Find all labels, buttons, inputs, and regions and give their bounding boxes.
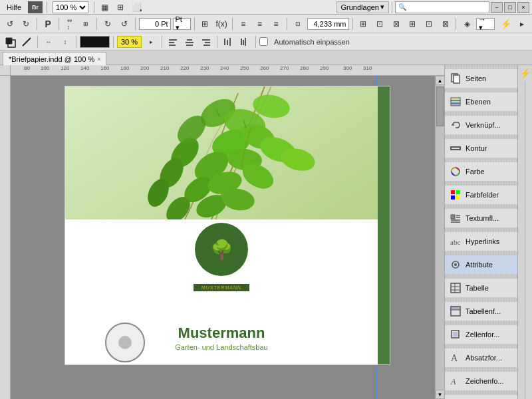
- document-canvas: 🌳 MUSTERMANN Mustermann Garten- und Land…: [11, 76, 444, 399]
- minimize-button[interactable]: −: [491, 2, 503, 13]
- view-mode2-btn[interactable]: ⊞: [113, 0, 128, 15]
- panel-item-tabelle[interactable]: Tabelle: [445, 279, 517, 298]
- layout-btn1[interactable]: ⊞: [356, 17, 371, 31]
- zoom-selector[interactable]: 100 %: [53, 1, 88, 13]
- maximize-button[interactable]: □: [504, 2, 516, 13]
- align-btn5[interactable]: [237, 35, 252, 49]
- layout-btn5[interactable]: ⊡: [422, 17, 436, 31]
- align-center-btn[interactable]: ≡: [253, 17, 267, 31]
- panel-item-hyperlinks[interactable]: abc Hyperlinks: [445, 232, 517, 251]
- pt-unit-dropdown[interactable]: Pt ▾: [173, 18, 191, 30]
- attribute-icon: [449, 258, 462, 271]
- bridge-icon[interactable]: Br: [28, 1, 43, 13]
- sep-t1-8: [352, 18, 353, 30]
- close-button[interactable]: ×: [517, 2, 529, 13]
- toolbar-1: ↺ ↻ P ⇔↕ ⊞ ↻ ↺ Pt ▾ ⊞ f(x) ≡ ≡ ≡ ⊡ ⊞ ⊡ ⊠…: [0, 15, 532, 33]
- scroll-down-button[interactable]: ▼: [436, 390, 445, 399]
- color-swatch[interactable]: [80, 36, 110, 48]
- tab-briefpapier[interactable]: *Briefpapier.indd @ 100 % ×: [3, 52, 106, 65]
- workspace-dropdown[interactable]: Grundlagen ▾: [336, 1, 390, 13]
- panel-item-tabellenf[interactable]: Tabellenf...: [445, 302, 517, 321]
- layout-btn4[interactable]: ⊞: [405, 17, 420, 31]
- frame-btn[interactable]: ⊡: [291, 17, 305, 31]
- flip-h-btn[interactable]: ↔: [41, 35, 56, 49]
- svg-rect-14: [241, 39, 242, 45]
- fill-stroke-btn1[interactable]: [3, 35, 17, 49]
- company-name: Mustermann: [178, 325, 265, 342]
- rotate-ccw-btn[interactable]: ↺: [117, 17, 132, 31]
- mm-input[interactable]: [310, 20, 346, 28]
- misc-btn1[interactable]: ◈: [460, 17, 474, 31]
- panel-item-attribute[interactable]: Attribute: [445, 255, 517, 275]
- scale-xy-btn[interactable]: ⊞: [79, 17, 94, 31]
- company-logo: 🌳: [195, 223, 248, 276]
- panel-sep-14[interactable]: [445, 391, 517, 395]
- search-input[interactable]: [406, 3, 486, 11]
- canvas-area: 80 100 120 140 160 180 200 210 220 230 2…: [0, 65, 444, 399]
- doc-green-sidebar: [378, 86, 390, 364]
- search-bar[interactable]: 🔍: [395, 1, 489, 13]
- scroll-up-button[interactable]: ▲: [436, 76, 445, 85]
- ruler-vertical: [0, 76, 11, 399]
- panel-item-zeichenfo[interactable]: A Zeichenfo...: [445, 372, 517, 391]
- svg-rect-47: [456, 196, 460, 200]
- sep-t1-9: [456, 18, 456, 30]
- panel-item-absatzfor[interactable]: A Absatzfor...: [445, 348, 517, 368]
- zoom-dropdown[interactable]: 100 %: [53, 1, 88, 13]
- align-left-btn[interactable]: ≡: [236, 17, 251, 31]
- panel-item-verknuepf[interactable]: Verknüpf...: [445, 116, 517, 135]
- tab-label: *Briefpapier.indd @ 100 %: [9, 55, 94, 63]
- circle-element: [105, 323, 145, 362]
- workspace-chevron-icon: ▾: [380, 3, 384, 11]
- scale-x-btn[interactable]: ⇔↕: [63, 17, 77, 31]
- align-btn1[interactable]: [166, 35, 180, 49]
- panel-item-seiten[interactable]: Seiten: [445, 69, 517, 88]
- undo-button[interactable]: ↺: [3, 17, 17, 31]
- lightning-icon[interactable]: ⚡: [519, 68, 531, 78]
- panel-item-farbfelder[interactable]: Farbfelder: [445, 186, 517, 205]
- layout-btn3[interactable]: ⊠: [389, 17, 404, 31]
- right-panel: Seiten Ebenen Verknüpf... Kontur: [444, 65, 517, 399]
- rotate-cw-btn[interactable]: ↻: [100, 17, 115, 31]
- menu-hilfe[interactable]: Hilfe: [3, 2, 25, 13]
- auto-fit-checkbox[interactable]: [259, 37, 268, 46]
- percent-step-btn[interactable]: ▸: [144, 35, 158, 49]
- panel-item-textumfl[interactable]: Textumfl...: [445, 209, 517, 228]
- flip-v-btn[interactable]: ↕: [58, 35, 72, 49]
- panel-label-tabelle: Tabelle: [466, 284, 489, 292]
- cell-styles-icon: [449, 328, 462, 341]
- main-area: 80 100 120 140 160 180 200 210 220 230 2…: [0, 65, 532, 399]
- layout-btn2[interactable]: ⊡: [372, 17, 387, 31]
- redo-button[interactable]: ↻: [19, 17, 34, 31]
- transform-btn[interactable]: P: [41, 17, 55, 31]
- stroke-color-btn[interactable]: [19, 35, 34, 49]
- para-styles-icon: A: [449, 351, 462, 364]
- tab-close-icon[interactable]: ×: [97, 56, 100, 63]
- sep-t1-1: [37, 18, 37, 30]
- panel-item-zellenfor[interactable]: Zellenfor...: [445, 325, 517, 344]
- svg-rect-44: [451, 190, 455, 194]
- panel-item-kontur[interactable]: Kontur: [445, 139, 517, 158]
- align-btn2[interactable]: [182, 35, 197, 49]
- panel-item-farbe[interactable]: Farbe: [445, 162, 517, 182]
- layout-btn6[interactable]: ⊠: [438, 17, 453, 31]
- panel-toggle-btn[interactable]: ▸: [515, 17, 529, 31]
- arrow-dropdown[interactable]: → ▾: [476, 18, 495, 30]
- align-btn3[interactable]: [199, 35, 213, 49]
- sep-t1-7: [287, 18, 287, 30]
- pt-input[interactable]: [142, 20, 168, 28]
- effect-btn1[interactable]: ⊞: [198, 17, 213, 31]
- align-right-btn[interactable]: ≡: [269, 17, 283, 31]
- align-btn4[interactable]: [221, 35, 235, 49]
- sep-t2-2: [76, 36, 76, 48]
- quick-apply-btn[interactable]: ⚡: [499, 17, 513, 31]
- svg-rect-16: [245, 38, 246, 46]
- scroll-thumb[interactable]: [436, 86, 444, 126]
- view-normal-btn[interactable]: ▦: [97, 0, 112, 15]
- panel-item-ebenen[interactable]: Ebenen: [445, 92, 517, 112]
- separator-1: [47, 1, 47, 13]
- view-mode3-btn[interactable]: ⬜▾: [129, 0, 144, 15]
- effect-btn2[interactable]: f(x): [214, 17, 229, 31]
- percent-display: 30 %: [117, 36, 142, 48]
- panel-label-seiten: Seiten: [466, 74, 486, 82]
